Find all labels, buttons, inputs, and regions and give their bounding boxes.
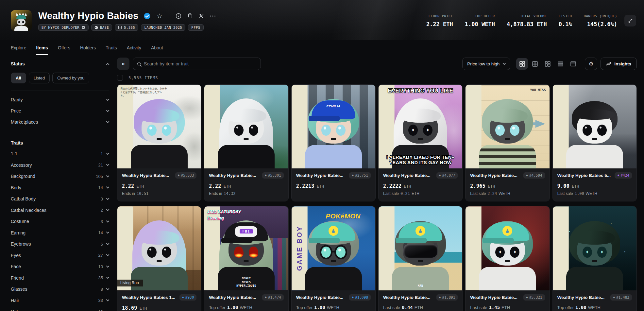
price-value: 9.00: [557, 183, 569, 189]
tab-activity[interactable]: Activity: [127, 44, 141, 52]
expand-stats-button[interactable]: [624, 15, 636, 26]
trait-row[interactable]: Earring14: [11, 227, 109, 239]
character-shirt: [479, 145, 536, 168]
nft-card[interactable]: Wealthy Hypio Babie... ♦#5,301 2.22ETH E…: [204, 84, 288, 201]
trait-row[interactable]: Hat10: [11, 306, 109, 311]
trait-count: 10: [98, 309, 103, 311]
trait-count: 5: [101, 242, 103, 247]
view-list-button[interactable]: [554, 58, 566, 70]
stat-label: TOTAL VOLUME: [507, 14, 547, 18]
trait-row[interactable]: Friend35: [11, 272, 109, 284]
search-input[interactable]: [144, 61, 256, 66]
status-label: Status: [11, 61, 25, 66]
more-options-button[interactable]: [209, 14, 216, 18]
chevron-down-icon: [503, 61, 506, 65]
view-masonry-button[interactable]: [542, 58, 553, 70]
nft-card[interactable]: 日本の古代建築にヒントをえた床、上を歩くと音がする。二重構造になったプレート。 …: [117, 84, 201, 201]
trait-count: 35: [98, 275, 103, 280]
chevron-down-icon: [106, 309, 110, 311]
view-grid-small-button[interactable]: [516, 58, 528, 70]
sub-prefix: Ends in: [122, 191, 135, 196]
copy-address-button[interactable]: [187, 12, 194, 19]
nft-image: MONEY MOVES HYPERLIQUID FBI 1022 SATURDA…: [204, 206, 288, 290]
nft-image: MAN: [379, 206, 462, 290]
status-filter-owned-by-you[interactable]: Owned by you: [52, 73, 89, 83]
view-table-button[interactable]: [567, 58, 579, 70]
trending-up-icon: [606, 62, 611, 66]
card-meta: Wealthy Hypio Babie... ♦#5,301 2.22ETH E…: [204, 168, 288, 201]
character-head: [135, 102, 184, 154]
character-mouth: [244, 260, 249, 262]
status-section-header[interactable]: Status: [11, 59, 109, 69]
nft-card[interactable]: YOU MISS Wealthy Hypio Babie... ♦#4,594 …: [465, 84, 550, 201]
trait-name: Face: [11, 264, 21, 269]
tab-about[interactable]: About: [151, 44, 163, 52]
filter-price[interactable]: Price: [11, 105, 109, 116]
nft-card[interactable]: GAME BOY POKéMON: [291, 206, 376, 311]
chevron-down-icon: [106, 174, 110, 177]
settings-gear-button[interactable]: ⚙: [585, 58, 597, 70]
collapse-sidebar-button[interactable]: «: [117, 58, 129, 70]
rarity-rank-badge: ♦#4,594: [523, 172, 545, 179]
trait-row[interactable]: Glasses8: [11, 284, 109, 295]
tab-items[interactable]: Items: [36, 44, 48, 52]
tab-offers[interactable]: Offers: [58, 44, 70, 52]
supply-pill[interactable]: 5,555: [115, 24, 138, 31]
select-all-checkbox[interactable]: [117, 75, 123, 81]
character-mouth: [331, 138, 336, 140]
trait-row[interactable]: Accessory21: [11, 160, 109, 171]
status-filter-all[interactable]: All: [11, 73, 26, 83]
rank-number: #424: [621, 173, 630, 178]
art-side-text: [292, 85, 308, 168]
sub-prefix: Top offer: [296, 305, 313, 310]
nft-card[interactable]: REMILIA Wealthy Hypio Babie... ♦#2,751 2…: [291, 84, 376, 201]
character-hair: [482, 221, 533, 264]
trait-name: Glasses: [11, 286, 27, 292]
nft-card[interactable]: MAN Wealthy Hypio: [378, 206, 463, 311]
chain-pill[interactable]: BASE: [91, 24, 112, 31]
status-filter-listed[interactable]: Listed: [29, 73, 50, 83]
trait-row[interactable]: Face10: [11, 261, 109, 272]
character-fringe: [400, 109, 441, 123]
nft-card[interactable]: MONEY MOVES HYPERLIQUID FBI 1022 SATURDA…: [204, 206, 288, 311]
trait-row[interactable]: Hair33: [11, 295, 109, 306]
trait-row[interactable]: Eyebrows5: [11, 238, 109, 250]
view-grid-large-button[interactable]: [529, 58, 541, 70]
art-caption-text: Living Roo: [117, 280, 143, 286]
sub-unit: WETH: [586, 191, 597, 196]
creator-pill[interactable]: BY HYPIO-DEPLOYER: [38, 24, 89, 31]
verified-badge-icon: [143, 12, 151, 20]
trait-row[interactable]: Catbal Body3: [11, 193, 109, 205]
character-hair: [395, 221, 446, 264]
nft-card[interactable]: EVERYTHING YOU LIKE I ALREADY LIKED FOR …: [378, 84, 463, 201]
trait-row[interactable]: Body14: [11, 182, 109, 194]
nft-card[interactable]: Wealthy Hypio Babie... ♦#1,482 Top offer…: [552, 206, 637, 311]
trait-list: 1-11Accessory21Background105Body14Catbal…: [11, 148, 109, 311]
trait-row[interactable]: 1-11: [11, 148, 109, 160]
filter-rarity[interactable]: Rarity: [11, 94, 109, 105]
tab-traits[interactable]: Traits: [106, 44, 117, 52]
character-cap: FBI: [224, 222, 268, 241]
sort-dropdown[interactable]: Price low to high: [462, 58, 510, 70]
nft-card[interactable]: Living Roo Wealthy Hypio Babies 1... ♦#9…: [117, 206, 201, 311]
tab-explore[interactable]: Explore: [11, 44, 26, 52]
stat-value: 0.1%: [559, 21, 572, 27]
tab-holders[interactable]: Holders: [80, 44, 96, 52]
nft-title: Wealthy Hypio Babie...: [383, 295, 431, 300]
trait-row[interactable]: Eyes27: [11, 250, 109, 261]
nft-card[interactable]: Wealthy Hypio Babie... ♦#5,321 Last sale…: [465, 206, 550, 311]
character-art: [473, 97, 542, 168]
filter-marketplaces[interactable]: Marketplaces: [11, 116, 109, 128]
trait-row[interactable]: Costume3: [11, 216, 109, 227]
insights-button[interactable]: Insights: [601, 58, 637, 70]
trait-row[interactable]: Background105: [11, 171, 109, 182]
x-twitter-button[interactable]: [198, 13, 205, 19]
favorite-star-button[interactable]: ☆: [156, 12, 163, 20]
info-button[interactable]: [175, 12, 182, 20]
search-bar[interactable]: [133, 58, 261, 70]
trait-row[interactable]: Catbal Necklaces2: [11, 205, 109, 216]
nft-card[interactable]: Wealthy Hypio Babies 5... ♦#424 9.00ETH …: [552, 84, 637, 201]
character-cap: [485, 222, 529, 241]
nft-image: GAME BOY POKéMON: [292, 206, 375, 290]
character-mouth: [331, 260, 336, 262]
